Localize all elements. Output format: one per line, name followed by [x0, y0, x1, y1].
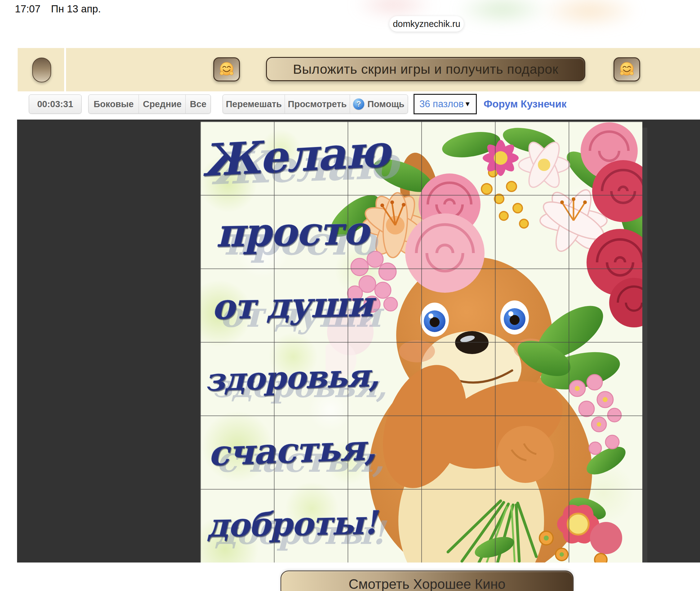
timer-display: 00:03:31: [29, 94, 81, 114]
browser-url-pill[interactable]: domkyznechik.ru: [389, 16, 464, 31]
puzzle-count-value: 36 пазлов: [419, 98, 464, 110]
banner-cta-label: Выложить скрин игры и получить подарок: [293, 62, 558, 77]
hugging-face-button-right[interactable]: [614, 57, 640, 81]
help-button[interactable]: ? Помощь: [350, 95, 408, 113]
status-time: 17:07: [15, 3, 41, 15]
puzzle-word: доброты!: [202, 503, 382, 544]
puzzle-word: счастья,: [201, 427, 383, 474]
action-button-group: Перемешать Просмотреть ? Помощь: [223, 94, 408, 114]
chevron-down-icon: ▼: [464, 100, 471, 108]
banner-side-pill-button[interactable]: [32, 58, 51, 82]
filter-edges-button[interactable]: Боковые: [89, 95, 139, 113]
preview-button[interactable]: Просмотреть: [285, 95, 350, 113]
puzzle-word: от души: [202, 283, 382, 327]
hugging-face-icon: [619, 61, 635, 77]
filter-all-button[interactable]: Все: [186, 95, 211, 113]
help-icon: ?: [353, 98, 364, 110]
url-text: domkyznechik.ru: [393, 19, 460, 29]
piece-filter-group: Боковые Средние Все: [89, 94, 211, 114]
filter-middle-button[interactable]: Средние: [139, 95, 186, 113]
forum-link[interactable]: Форум Кузнечик: [484, 98, 566, 110]
top-artwork-blur: [456, 0, 549, 25]
status-bar: 17:07 Пн 13 апр.: [15, 3, 101, 15]
top-artwork-blur: [353, 0, 434, 18]
top-artwork-blur: [539, 0, 639, 28]
puzzle-word: Желаю: [201, 125, 383, 186]
watch-movies-button[interactable]: Смотреть Хорошее Кино: [281, 571, 574, 591]
puzzle-word: здоровья,: [202, 357, 383, 398]
board-edge-strip: [642, 128, 647, 563]
shuffle-button[interactable]: Перемешать: [223, 95, 285, 113]
hugging-face-button-left[interactable]: [213, 57, 240, 81]
timer-value: 00:03:31: [37, 99, 73, 109]
puzzle-count-select[interactable]: 36 пазлов ▼: [414, 94, 477, 114]
hugging-face-icon: [219, 61, 235, 77]
puzzle-word: просто: [202, 207, 382, 256]
puzzle-game-page: { "status_bar": { "time": "17:07", "date…: [0, 0, 700, 591]
status-date: Пн 13 апр.: [51, 3, 101, 15]
banner-cta-button[interactable]: Выложить скрин игры и получить подарок: [266, 57, 585, 81]
puzzle-board[interactable]: Желаю Желаю просто просто от души от душ…: [200, 121, 642, 563]
